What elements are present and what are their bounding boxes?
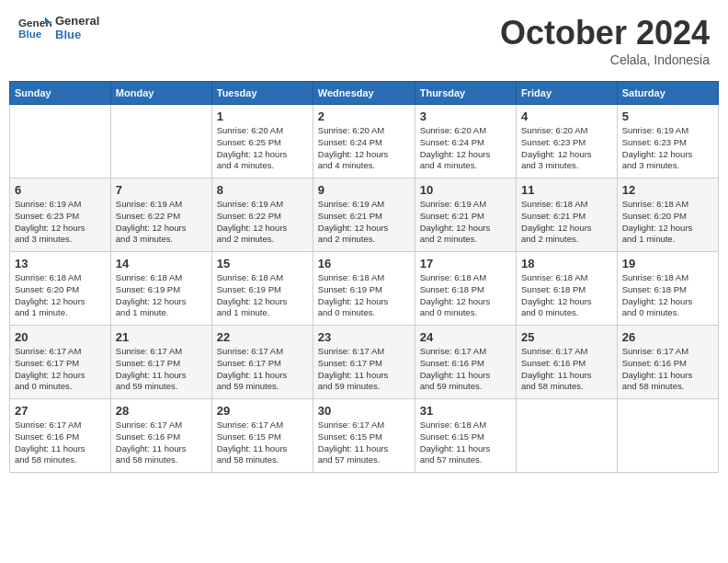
weekday-header-friday: Friday	[517, 82, 618, 105]
location: Celala, Indonesia	[500, 52, 710, 67]
calendar-cell: 28Sunrise: 6:17 AM Sunset: 6:16 PM Dayli…	[110, 399, 211, 473]
day-info: Sunrise: 6:17 AM Sunset: 6:16 PM Dayligh…	[420, 346, 511, 393]
day-info: Sunrise: 6:18 AM Sunset: 6:20 PM Dayligh…	[622, 199, 713, 246]
day-info: Sunrise: 6:20 AM Sunset: 6:24 PM Dayligh…	[318, 125, 410, 172]
calendar-cell	[10, 105, 111, 178]
weekday-header-monday: Monday	[110, 82, 211, 105]
day-number: 17	[420, 257, 511, 270]
day-info: Sunrise: 6:18 AM Sunset: 6:15 PM Dayligh…	[420, 419, 511, 466]
calendar-cell: 18Sunrise: 6:18 AM Sunset: 6:18 PM Dayli…	[517, 252, 618, 326]
day-info: Sunrise: 6:19 AM Sunset: 6:22 PM Dayligh…	[116, 199, 207, 246]
day-info: Sunrise: 6:17 AM Sunset: 6:15 PM Dayligh…	[217, 419, 308, 466]
day-info: Sunrise: 6:19 AM Sunset: 6:21 PM Dayligh…	[318, 199, 410, 246]
day-number: 14	[116, 257, 207, 270]
day-info: Sunrise: 6:20 AM Sunset: 6:23 PM Dayligh…	[521, 125, 612, 172]
day-number: 15	[217, 257, 308, 270]
day-number: 29	[217, 404, 308, 418]
logo-blue-text: Blue	[55, 28, 99, 41]
day-info: Sunrise: 6:17 AM Sunset: 6:16 PM Dayligh…	[521, 346, 612, 393]
weekday-header-wednesday: Wednesday	[313, 82, 415, 105]
calendar-cell: 23Sunrise: 6:17 AM Sunset: 6:17 PM Dayli…	[313, 326, 415, 399]
calendar-week-3: 13Sunrise: 6:18 AM Sunset: 6:20 PM Dayli…	[10, 252, 719, 326]
calendar-cell: 6Sunrise: 6:19 AM Sunset: 6:23 PM Daylig…	[10, 178, 111, 252]
day-number: 16	[318, 257, 410, 270]
day-number: 9	[318, 183, 410, 197]
day-info: Sunrise: 6:19 AM Sunset: 6:21 PM Dayligh…	[420, 199, 511, 246]
calendar-cell: 22Sunrise: 6:17 AM Sunset: 6:17 PM Dayli…	[211, 326, 313, 399]
day-info: Sunrise: 6:19 AM Sunset: 6:23 PM Dayligh…	[15, 199, 106, 246]
calendar-cell: 14Sunrise: 6:18 AM Sunset: 6:19 PM Dayli…	[110, 252, 211, 326]
calendar-week-2: 6Sunrise: 6:19 AM Sunset: 6:23 PM Daylig…	[10, 178, 719, 252]
calendar-cell: 31Sunrise: 6:18 AM Sunset: 6:15 PM Dayli…	[415, 399, 516, 473]
day-info: Sunrise: 6:18 AM Sunset: 6:19 PM Dayligh…	[217, 272, 308, 319]
logo-general-text: General	[55, 14, 99, 28]
day-info: Sunrise: 6:17 AM Sunset: 6:16 PM Dayligh…	[622, 346, 713, 393]
day-number: 28	[116, 404, 207, 418]
day-number: 18	[521, 257, 612, 270]
day-info: Sunrise: 6:17 AM Sunset: 6:17 PM Dayligh…	[318, 346, 410, 393]
weekday-header-sunday: Sunday	[10, 82, 111, 105]
title-block: October 2024 Celala, Indonesia	[500, 14, 710, 67]
calendar-cell: 4Sunrise: 6:20 AM Sunset: 6:23 PM Daylig…	[517, 105, 618, 178]
day-info: Sunrise: 6:20 AM Sunset: 6:24 PM Dayligh…	[420, 125, 511, 172]
calendar-cell: 29Sunrise: 6:17 AM Sunset: 6:15 PM Dayli…	[211, 399, 313, 473]
calendar-cell: 8Sunrise: 6:19 AM Sunset: 6:22 PM Daylig…	[211, 178, 313, 252]
weekday-header-thursday: Thursday	[415, 82, 516, 105]
day-info: Sunrise: 6:20 AM Sunset: 6:25 PM Dayligh…	[217, 125, 308, 172]
day-number: 23	[318, 330, 410, 344]
day-number: 22	[217, 330, 308, 344]
calendar-cell: 10Sunrise: 6:19 AM Sunset: 6:21 PM Dayli…	[415, 178, 516, 252]
calendar-week-4: 20Sunrise: 6:17 AM Sunset: 6:17 PM Dayli…	[10, 326, 719, 399]
day-number: 2	[318, 109, 410, 123]
day-info: Sunrise: 6:18 AM Sunset: 6:21 PM Dayligh…	[521, 199, 612, 246]
day-number: 25	[521, 330, 612, 344]
day-info: Sunrise: 6:18 AM Sunset: 6:18 PM Dayligh…	[420, 272, 511, 319]
calendar-cell: 15Sunrise: 6:18 AM Sunset: 6:19 PM Dayli…	[211, 252, 313, 326]
day-number: 26	[622, 330, 713, 344]
calendar-cell: 20Sunrise: 6:17 AM Sunset: 6:17 PM Dayli…	[10, 326, 111, 399]
day-info: Sunrise: 6:17 AM Sunset: 6:17 PM Dayligh…	[217, 346, 308, 393]
calendar-cell: 7Sunrise: 6:19 AM Sunset: 6:22 PM Daylig…	[110, 178, 211, 252]
day-number: 13	[15, 257, 106, 270]
weekday-header-tuesday: Tuesday	[211, 82, 313, 105]
calendar-cell: 16Sunrise: 6:18 AM Sunset: 6:19 PM Dayli…	[313, 252, 415, 326]
svg-text:Blue: Blue	[18, 28, 42, 40]
day-info: Sunrise: 6:18 AM Sunset: 6:20 PM Dayligh…	[15, 272, 106, 319]
calendar-cell: 1Sunrise: 6:20 AM Sunset: 6:25 PM Daylig…	[211, 105, 313, 178]
day-info: Sunrise: 6:17 AM Sunset: 6:17 PM Dayligh…	[116, 346, 207, 393]
calendar-cell: 12Sunrise: 6:18 AM Sunset: 6:20 PM Dayli…	[617, 178, 718, 252]
calendar-table: SundayMondayTuesdayWednesdayThursdayFrid…	[9, 81, 719, 473]
calendar-cell: 25Sunrise: 6:17 AM Sunset: 6:16 PM Dayli…	[517, 326, 618, 399]
day-info: Sunrise: 6:17 AM Sunset: 6:16 PM Dayligh…	[116, 419, 207, 466]
calendar-cell: 21Sunrise: 6:17 AM Sunset: 6:17 PM Dayli…	[110, 326, 211, 399]
calendar-cell: 17Sunrise: 6:18 AM Sunset: 6:18 PM Dayli…	[415, 252, 516, 326]
calendar-week-5: 27Sunrise: 6:17 AM Sunset: 6:16 PM Dayli…	[10, 399, 719, 473]
day-number: 6	[15, 183, 106, 197]
calendar-cell: 24Sunrise: 6:17 AM Sunset: 6:16 PM Dayli…	[415, 326, 516, 399]
day-info: Sunrise: 6:18 AM Sunset: 6:19 PM Dayligh…	[116, 272, 207, 319]
calendar-cell: 13Sunrise: 6:18 AM Sunset: 6:20 PM Dayli…	[10, 252, 111, 326]
calendar-cell: 27Sunrise: 6:17 AM Sunset: 6:16 PM Dayli…	[10, 399, 111, 473]
calendar-cell: 30Sunrise: 6:17 AM Sunset: 6:15 PM Dayli…	[313, 399, 415, 473]
day-info: Sunrise: 6:19 AM Sunset: 6:22 PM Dayligh…	[217, 199, 308, 246]
day-number: 30	[318, 404, 410, 418]
day-info: Sunrise: 6:17 AM Sunset: 6:17 PM Dayligh…	[15, 346, 106, 393]
calendar-cell: 19Sunrise: 6:18 AM Sunset: 6:18 PM Dayli…	[617, 252, 718, 326]
calendar-week-1: 1Sunrise: 6:20 AM Sunset: 6:25 PM Daylig…	[10, 105, 719, 178]
calendar-cell	[517, 399, 618, 473]
day-number: 19	[622, 257, 713, 270]
calendar-cell: 5Sunrise: 6:19 AM Sunset: 6:23 PM Daylig…	[617, 105, 718, 178]
calendar-cell: 9Sunrise: 6:19 AM Sunset: 6:21 PM Daylig…	[313, 178, 415, 252]
day-info: Sunrise: 6:17 AM Sunset: 6:15 PM Dayligh…	[318, 419, 410, 466]
day-number: 27	[15, 404, 106, 418]
day-info: Sunrise: 6:18 AM Sunset: 6:18 PM Dayligh…	[521, 272, 612, 319]
calendar-cell	[617, 399, 718, 473]
day-number: 20	[15, 330, 106, 344]
calendar-cell: 2Sunrise: 6:20 AM Sunset: 6:24 PM Daylig…	[313, 105, 415, 178]
day-number: 31	[420, 404, 511, 418]
day-number: 24	[420, 330, 511, 344]
month-title: October 2024	[500, 14, 710, 52]
day-number: 1	[217, 109, 308, 123]
calendar-cell: 11Sunrise: 6:18 AM Sunset: 6:21 PM Dayli…	[517, 178, 618, 252]
day-info: Sunrise: 6:18 AM Sunset: 6:18 PM Dayligh…	[622, 272, 713, 319]
